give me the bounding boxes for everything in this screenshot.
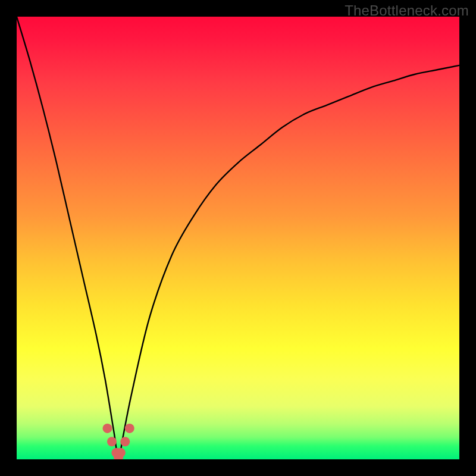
watermark-text: TheBottleneck.com [345,2,469,19]
curve-layer [17,17,459,459]
dip-dot [125,424,134,433]
dip-dot [116,448,126,458]
chart-frame: TheBottleneck.com [0,0,476,476]
bottleneck-curve [17,17,459,459]
plot-area [17,17,459,459]
dip-dot [103,424,112,433]
dip-dot [107,437,117,446]
dip-marker [103,424,134,459]
dip-dot [120,437,130,446]
